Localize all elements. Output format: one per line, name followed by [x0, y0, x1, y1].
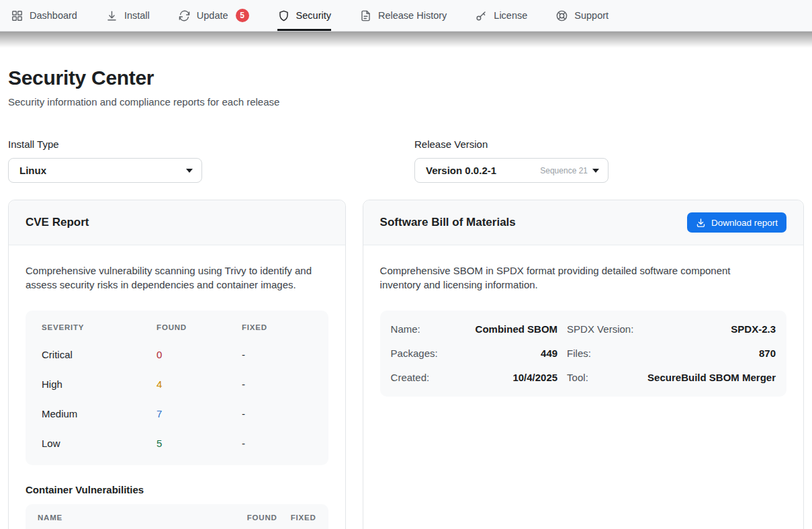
cards-row: CVE Report Comprehensive vulnerability s… — [8, 200, 804, 529]
cve-report-card: CVE Report Comprehensive vulnerability s… — [8, 200, 346, 529]
install-type-filter: Install Type Linux — [8, 138, 398, 183]
download-icon — [105, 9, 118, 22]
key-icon — [475, 9, 488, 22]
release-version-meta-group: Sequence 21 — [540, 166, 599, 175]
cve-card-body: Comprehensive vulnerability scanning usi… — [9, 245, 345, 529]
cve-card-header: CVE Report — [9, 200, 345, 245]
sequence-label: Sequence 21 — [540, 166, 588, 175]
nav-label: Dashboard — [30, 10, 77, 21]
update-count-badge: 5 — [236, 9, 249, 22]
sbom-spdx-version-value: SPDX-2.3 — [647, 317, 776, 341]
nav-item-security[interactable]: Security — [277, 0, 331, 31]
sbom-card-header: Software Bill of Materials Download repo… — [363, 200, 803, 245]
lifebuoy-icon — [555, 9, 568, 22]
sbom-card: Software Bill of Materials Download repo… — [363, 200, 804, 529]
nav-item-update[interactable]: Update 5 — [178, 0, 249, 31]
sbom-name-label: Name: — [391, 317, 466, 341]
nav-item-install[interactable]: Install — [105, 0, 150, 31]
sbom-files-label: Files: — [567, 341, 638, 366]
chevron-down-icon — [592, 169, 599, 173]
release-version-value: Version 0.0.2-1 — [426, 165, 496, 176]
filters-row: Install Type Linux Release Version Versi… — [8, 138, 804, 183]
sbom-details-grid: Name: Combined SBOM SPDX Version: SPDX-2… — [380, 311, 786, 397]
install-type-value: Linux — [19, 165, 46, 176]
shield-icon — [277, 9, 290, 22]
download-icon — [696, 218, 706, 228]
sbom-description: Comprehensive SBOM in SPDX format provid… — [380, 263, 733, 292]
nav-label: License — [494, 10, 527, 21]
sbom-card-title: Software Bill of Materials — [380, 216, 516, 229]
severity-name: Critical — [42, 349, 156, 360]
sbom-packages-label: Packages: — [391, 341, 466, 366]
severity-fixed-count: - — [242, 378, 312, 390]
page-subtitle: Security information and compliance repo… — [8, 96, 804, 108]
main-content: Security Center Security information and… — [0, 67, 812, 529]
nav-label: Update — [197, 10, 228, 21]
nav-item-release-history[interactable]: Release History — [359, 0, 447, 31]
install-type-label: Install Type — [8, 138, 398, 150]
nav-item-license[interactable]: License — [475, 0, 527, 31]
nav-item-support[interactable]: Support — [555, 0, 608, 31]
severity-row-medium: Medium 7 - — [26, 399, 328, 429]
release-version-label: Release Version — [414, 138, 804, 150]
severity-name: Low — [42, 438, 156, 449]
sbom-files-value: 870 — [647, 341, 776, 366]
severity-table-header: SEVERITY FOUND FIXED — [26, 315, 328, 340]
severity-found-count: 7 — [156, 408, 242, 419]
severity-table: SEVERITY FOUND FIXED Critical 0 - High 4… — [26, 311, 328, 465]
severity-header-severity: SEVERITY — [42, 323, 156, 331]
document-icon — [359, 9, 372, 22]
cv-header-name: NAME — [38, 514, 226, 522]
refresh-icon — [178, 9, 191, 22]
container-vulnerabilities-table: NAME FOUND FIXED — [26, 504, 328, 529]
nav-label: Install — [124, 10, 150, 21]
cv-header-found: FOUND — [226, 514, 277, 522]
sbom-created-value: 10/4/2025 — [476, 366, 558, 390]
container-vulnerabilities-title: Container Vulnerabilities — [26, 484, 328, 495]
cv-header-fixed: FIXED — [277, 514, 316, 522]
install-type-select[interactable]: Linux — [8, 158, 202, 183]
severity-header-fixed: FIXED — [242, 323, 312, 331]
severity-found-count: 4 — [156, 378, 242, 390]
sbom-created-label: Created: — [391, 366, 466, 390]
sbom-card-body: Comprehensive SBOM in SPDX format provid… — [363, 245, 803, 415]
severity-row-critical: Critical 0 - — [26, 340, 328, 370]
severity-fixed-count: - — [242, 408, 312, 419]
severity-found-count: 5 — [156, 438, 242, 449]
severity-fixed-count: - — [242, 438, 312, 449]
sbom-packages-value: 449 — [476, 341, 558, 366]
nav-label: Security — [296, 10, 331, 21]
sbom-spdx-version-label: SPDX Version: — [567, 317, 638, 341]
sbom-tool-value: SecureBuild SBOM Merger — [647, 366, 776, 390]
release-version-select[interactable]: Version 0.0.2-1 Sequence 21 — [414, 158, 608, 183]
sbom-name-value: Combined SBOM — [476, 317, 558, 341]
sbom-tool-label: Tool: — [567, 366, 638, 390]
severity-name: Medium — [42, 408, 156, 419]
severity-found-count: 0 — [156, 349, 242, 360]
severity-row-high: High 4 - — [26, 370, 328, 399]
page-title: Security Center — [8, 67, 804, 89]
nav-item-dashboard[interactable]: Dashboard — [11, 0, 77, 31]
chevron-down-icon — [186, 169, 193, 173]
severity-row-low: Low 5 - — [26, 429, 328, 458]
header-shadow — [0, 32, 812, 48]
top-navbar: Dashboard Install Update 5 Security Rele… — [0, 0, 812, 32]
release-version-filter: Release Version Version 0.0.2-1 Sequence… — [414, 138, 804, 183]
download-report-button[interactable]: Download report — [687, 212, 786, 233]
download-report-label: Download report — [711, 218, 778, 228]
nav-label: Support — [574, 10, 608, 21]
severity-name: High — [42, 378, 156, 390]
container-vulnerabilities-header: NAME FOUND FIXED — [26, 504, 328, 529]
grid-icon — [11, 9, 24, 22]
nav-label: Release History — [378, 10, 447, 21]
cve-card-title: CVE Report — [26, 216, 89, 229]
severity-fixed-count: - — [242, 349, 312, 360]
severity-header-found: FOUND — [156, 323, 242, 331]
cve-description: Comprehensive vulnerability scanning usi… — [26, 263, 328, 292]
